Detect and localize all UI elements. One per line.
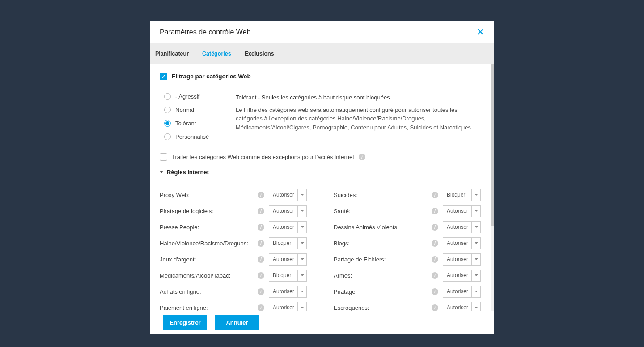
info-icon[interactable]: i bbox=[359, 154, 365, 160]
rule-select[interactable]: Autoriser bbox=[443, 221, 481, 233]
rule-label: Escroqueries: bbox=[334, 304, 432, 311]
select-value: Autoriser bbox=[443, 224, 471, 230]
rule-label: Jeux d'argent: bbox=[160, 256, 258, 263]
select-button bbox=[471, 206, 480, 217]
rule-select[interactable]: Autoriser bbox=[443, 270, 481, 282]
select-button bbox=[471, 189, 480, 201]
select-button bbox=[297, 222, 306, 233]
rule-label: Piratage de logiciels: bbox=[160, 208, 258, 214]
select-button bbox=[297, 270, 306, 281]
filter-section-header: Filtrage par catégories Web bbox=[160, 73, 481, 86]
rule-hate-violence: Haine/Violence/Racisme/Drogues: i Bloque… bbox=[160, 235, 307, 251]
rule-scams: Escroqueries: i Autoriser bbox=[334, 300, 481, 311]
select-button bbox=[471, 286, 480, 297]
select-value: Autoriser bbox=[269, 288, 297, 295]
profile-tolerant[interactable]: Tolérant bbox=[164, 120, 222, 127]
select-value: Bloquer bbox=[269, 272, 297, 278]
radio-icon bbox=[164, 120, 171, 127]
rule-select[interactable]: Autoriser bbox=[269, 221, 307, 233]
rule-suicides: Suicides: i Bloquer bbox=[334, 187, 481, 203]
modal-footer: Enregistrer Annuler bbox=[150, 311, 494, 334]
select-value: Autoriser bbox=[443, 208, 471, 214]
modal-header: Paramètres de contrôle Web ✕ bbox=[150, 21, 494, 43]
content: Filtrage par catégories Web - Agressif N… bbox=[150, 64, 491, 311]
profile-normal[interactable]: Normal bbox=[164, 107, 222, 113]
select-value: Autoriser bbox=[269, 208, 297, 214]
info-icon[interactable]: i bbox=[258, 192, 264, 198]
chevron-down-icon bbox=[301, 226, 304, 228]
info-icon[interactable]: i bbox=[432, 272, 438, 279]
chevron-down-icon bbox=[475, 242, 478, 244]
select-button bbox=[297, 238, 306, 249]
tab-exclusions[interactable]: Exclusions bbox=[245, 51, 274, 57]
rule-label: Presse People: bbox=[160, 224, 258, 231]
rule-select[interactable]: Bloquer bbox=[269, 270, 307, 282]
rule-label: Armes: bbox=[334, 272, 432, 279]
select-value: Autoriser bbox=[269, 256, 297, 262]
info-icon[interactable]: i bbox=[432, 304, 438, 311]
scroll-area: Filtrage par catégories Web - Agressif N… bbox=[150, 64, 494, 311]
rule-select[interactable]: Autoriser bbox=[443, 302, 481, 311]
rules-heading: Règles Internet bbox=[167, 169, 209, 176]
profile-label: Normal bbox=[175, 107, 194, 113]
rule-health: Santé: i Autoriser bbox=[334, 203, 481, 219]
info-icon[interactable]: i bbox=[258, 224, 264, 231]
select-button bbox=[471, 238, 480, 249]
profile-custom[interactable]: Personnalisé bbox=[164, 133, 222, 140]
tab-scheduler[interactable]: Planificateur bbox=[155, 51, 189, 57]
rule-online-shopping: Achats en ligne: i Autoriser bbox=[160, 283, 307, 300]
select-button bbox=[471, 222, 480, 233]
radio-icon bbox=[164, 93, 171, 100]
info-icon[interactable]: i bbox=[258, 208, 264, 214]
tab-categories[interactable]: Catégories bbox=[202, 51, 231, 57]
rule-select[interactable]: Autoriser bbox=[269, 253, 307, 266]
info-icon[interactable]: i bbox=[432, 256, 438, 263]
rules-grid: Proxy Web: i Autoriser Piratage de logic… bbox=[160, 187, 481, 311]
rule-select[interactable]: Autoriser bbox=[443, 286, 481, 298]
info-icon[interactable]: i bbox=[258, 240, 264, 247]
select-button bbox=[297, 286, 306, 297]
chevron-down-icon bbox=[301, 274, 304, 276]
save-button[interactable]: Enregistrer bbox=[163, 315, 207, 330]
rule-select[interactable]: Bloquer bbox=[443, 189, 481, 201]
info-icon[interactable]: i bbox=[432, 288, 438, 295]
info-icon[interactable]: i bbox=[258, 304, 264, 311]
select-button bbox=[297, 189, 306, 201]
select-button bbox=[471, 254, 480, 265]
cancel-button[interactable]: Annuler bbox=[215, 315, 259, 330]
scrollbar-thumb[interactable] bbox=[491, 64, 494, 226]
select-value: Autoriser bbox=[443, 288, 471, 295]
rules-header[interactable]: Règles Internet bbox=[160, 169, 481, 180]
profile-label: - Agressif bbox=[175, 93, 199, 100]
info-icon[interactable]: i bbox=[258, 288, 264, 295]
info-icon[interactable]: i bbox=[432, 240, 438, 247]
rule-select[interactable]: Autoriser bbox=[269, 189, 307, 201]
chevron-down-icon bbox=[475, 274, 478, 276]
info-icon[interactable]: i bbox=[432, 224, 438, 231]
info-icon[interactable]: i bbox=[258, 256, 264, 263]
chevron-down-icon bbox=[475, 226, 478, 228]
rule-select[interactable]: Autoriser bbox=[443, 237, 481, 249]
tabs-bar: Planificateur Catégories Exclusions bbox=[150, 43, 494, 64]
profile-aggressive[interactable]: - Agressif bbox=[164, 93, 222, 100]
rule-weapons: Armes: i Autoriser bbox=[334, 267, 481, 283]
close-icon[interactable]: ✕ bbox=[476, 26, 484, 38]
rule-select[interactable]: Autoriser bbox=[269, 205, 307, 217]
select-value: Autoriser bbox=[269, 224, 297, 230]
radio-icon bbox=[164, 107, 171, 113]
select-button bbox=[297, 254, 306, 265]
rule-select[interactable]: Autoriser bbox=[269, 302, 307, 311]
treat-checkbox[interactable] bbox=[160, 153, 167, 161]
select-value: Bloquer bbox=[443, 192, 471, 198]
rule-select[interactable]: Autoriser bbox=[443, 205, 481, 217]
rule-label: Médicaments/Alcool/Tabac: bbox=[160, 272, 258, 279]
rule-select[interactable]: Autoriser bbox=[443, 253, 481, 266]
select-button bbox=[297, 302, 306, 311]
rule-select[interactable]: Autoriser bbox=[269, 286, 307, 298]
rule-select[interactable]: Bloquer bbox=[269, 237, 307, 249]
info-icon[interactable]: i bbox=[432, 208, 438, 214]
info-icon[interactable]: i bbox=[432, 192, 438, 198]
info-icon[interactable]: i bbox=[258, 272, 264, 279]
chevron-down-icon bbox=[475, 258, 478, 260]
filter-enable-checkbox[interactable] bbox=[160, 73, 167, 80]
